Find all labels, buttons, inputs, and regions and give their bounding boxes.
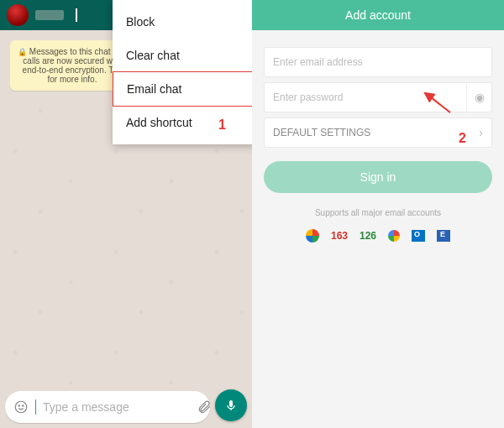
provider-126[interactable]: 126 — [360, 230, 376, 242]
provider-row: 163 126 — [252, 229, 504, 243]
lock-icon: 🔒 — [18, 48, 27, 56]
provider-outlook-icon[interactable] — [412, 230, 425, 242]
email-field[interactable] — [273, 56, 483, 68]
svg-point-1 — [18, 405, 19, 406]
password-field[interactable] — [273, 91, 466, 103]
provider-exchange-icon[interactable] — [437, 230, 450, 242]
menu-block[interactable]: Block — [113, 5, 272, 39]
chevron-right-icon: › — [479, 126, 483, 139]
annotation-2: 2 — [459, 131, 466, 146]
whatsapp-chat-screen: 🔒 Messages to this chat and calls are no… — [0, 0, 252, 428]
contact-name-redacted — [35, 10, 64, 20]
menu-clear-chat[interactable]: Clear chat — [113, 39, 272, 72]
cursor-indicator — [76, 8, 77, 22]
text-cursor — [35, 399, 36, 415]
supports-text: Supports all major email accounts — [252, 208, 504, 217]
voice-message-button[interactable] — [215, 389, 247, 421]
menu-email-chat[interactable]: Email chat — [113, 71, 272, 107]
add-account-screen: Add account ◉ DEFAULT SETTINGS › Sign in… — [252, 0, 504, 428]
message-input[interactable] — [43, 400, 190, 414]
add-account-header: Add account — [252, 0, 504, 30]
account-form: ◉ DEFAULT SETTINGS › — [252, 30, 504, 148]
encryption-text: Messages to this chat and calls are now … — [23, 47, 127, 84]
chat-options-menu: Block Clear chat Email chat Add shortcut — [113, 0, 272, 144]
password-field-wrap: ◉ — [264, 82, 492, 112]
show-password-icon[interactable]: ◉ — [466, 83, 491, 112]
provider-icon-1[interactable] — [306, 229, 319, 243]
provider-google-icon[interactable] — [388, 230, 400, 242]
svg-point-2 — [23, 405, 24, 406]
provider-163[interactable]: 163 — [331, 230, 348, 242]
sign-in-button[interactable]: Sign in — [264, 161, 492, 193]
contact-avatar[interactable] — [7, 4, 29, 26]
default-settings-label: DEFAULT SETTINGS — [273, 127, 370, 138]
message-input-bar — [5, 391, 210, 423]
email-field-wrap — [264, 47, 492, 77]
menu-add-shortcut[interactable]: Add shortcut — [113, 106, 272, 139]
emoji-icon[interactable] — [13, 399, 29, 415]
annotation-1: 1 — [218, 117, 226, 133]
svg-point-0 — [15, 401, 27, 413]
attachment-icon[interactable] — [197, 399, 212, 415]
